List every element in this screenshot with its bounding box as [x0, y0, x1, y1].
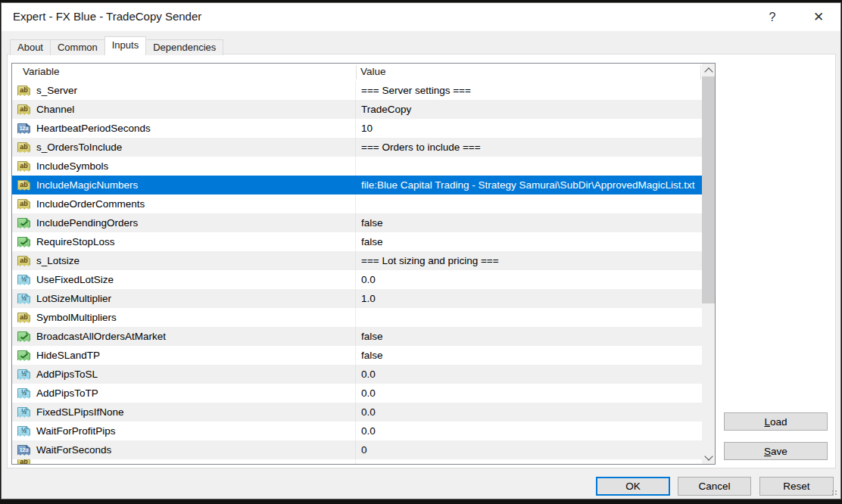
table-row[interactable]: abChannelTradeCopy [12, 100, 702, 119]
value-cell[interactable]: === Orders to include === [356, 138, 702, 157]
variable-cell[interactable]: abIncludeSymbols [12, 157, 356, 176]
value-cell[interactable]: === Server settings === [356, 81, 702, 100]
value-cell[interactable]: 10 [356, 119, 702, 138]
value-cell[interactable]: false [356, 327, 702, 346]
variable-cell[interactable]: abIncludeOrderComments [12, 194, 356, 213]
variable-cell[interactable]: ½AddPipsToTP [12, 384, 356, 403]
value-cell[interactable]: 0.0 [356, 365, 702, 384]
value-cell[interactable]: 0.0 [356, 384, 702, 403]
variable-cell[interactable]: abIncludeMagicNumbers [12, 176, 356, 194]
load-button-accel: L [764, 416, 770, 428]
value-cell[interactable]: === Lot sizing and pricing === [356, 251, 702, 270]
variable-cell[interactable]: HideSLandTP [12, 346, 356, 365]
vertical-scrollbar[interactable] [702, 64, 715, 464]
tab-about[interactable]: About [10, 39, 51, 55]
variable-cell[interactable]: RequireStopLoss [12, 232, 356, 251]
value-cell[interactable]: false [356, 213, 702, 232]
table-body: abs_Server=== Server settings ===abChann… [12, 81, 702, 464]
variable-name: LotSizeMultiplier [36, 289, 111, 308]
table-row[interactable]: ½UseFixedLotSize0.0 [12, 270, 702, 289]
table-row[interactable]: ½AddPipsToSL0.0 [12, 365, 702, 384]
string-icon: ab [17, 313, 30, 323]
variable-cell[interactable]: IncludePendingOrders [12, 213, 356, 232]
table-row[interactable]: 123WaitForSeconds0 [12, 440, 702, 459]
value-cell[interactable] [356, 308, 702, 327]
table-row[interactable]: ½LotSizeMultiplier1.0 [12, 289, 702, 308]
double-icon: ½ [17, 388, 30, 399]
variable-cell[interactable]: 123WaitForSeconds [12, 440, 356, 459]
table-row[interactable]: abs_Server=== Server settings === [12, 81, 702, 100]
window-title: Expert - FX Blue - TradeCopy Sender [13, 10, 201, 23]
scroll-down-button[interactable] [702, 451, 715, 464]
double-icon: ½ [17, 294, 30, 304]
variable-name: BroadcastAllOrdersAtMarket [36, 327, 166, 346]
value-cell[interactable]: 1.0 [356, 289, 702, 308]
value-cell[interactable]: false [356, 346, 702, 365]
scroll-up-button[interactable] [702, 64, 715, 76]
variable-name: HeartbeatPeriodSeconds [36, 119, 151, 138]
value-cell[interactable]: 0.0 [356, 403, 702, 422]
ok-button[interactable]: OK [596, 477, 670, 496]
table-row[interactable]: RequireStopLossfalse [12, 232, 702, 251]
variable-cell[interactable]: abs_Server [12, 81, 356, 100]
table-row[interactable]: abs_OrdersToInclude=== Orders to include… [12, 138, 702, 157]
table-row[interactable]: ½WaitForProfitPips0.0 [12, 422, 702, 440]
help-button[interactable]: ? [755, 3, 790, 31]
value-cell[interactable]: 0.0 [356, 270, 702, 289]
table-row[interactable]: ½FixedSLPipsIfNone0.0 [12, 403, 702, 422]
table-row[interactable]: IncludePendingOrdersfalse [12, 213, 702, 232]
tab-strip: AboutCommonInputsDependencies [10, 36, 223, 55]
column-header-variable[interactable]: Variable [23, 64, 60, 81]
variable-name: s_OrdersToInclude [36, 138, 122, 157]
table-row[interactable]: abIncludeOrderComments [12, 194, 702, 213]
value-cell[interactable] [356, 194, 702, 213]
variable-cell[interactable]: BroadcastAllOrdersAtMarket [12, 327, 356, 346]
table-row[interactable]: ½AddPipsToTP0.0 [12, 384, 702, 403]
table-row[interactable]: abIncludeMagicNumbersfile:Blue Capital T… [12, 176, 702, 194]
column-divider[interactable] [700, 65, 701, 79]
table-row-partial[interactable]: ab [12, 459, 702, 464]
variable-cell[interactable]: 123HeartbeatPeriodSeconds [12, 119, 356, 138]
variable-name: RequireStopLoss [36, 232, 115, 251]
string-icon: ab [17, 199, 30, 210]
double-icon: ½ [17, 407, 30, 418]
close-button[interactable]: ✕ [801, 3, 836, 31]
close-icon: ✕ [813, 9, 824, 25]
resize-grip[interactable] [831, 489, 838, 496]
variable-name: UseFixedLotSize [36, 270, 114, 289]
variable-cell[interactable]: ½AddPipsToSL [12, 365, 356, 384]
tab-common[interactable]: Common [50, 39, 105, 55]
scrollbar-thumb[interactable] [702, 76, 715, 303]
table-row[interactable]: HideSLandTPfalse [12, 346, 702, 365]
column-divider[interactable] [356, 65, 357, 79]
table-row[interactable]: abs_Lotsize=== Lot sizing and pricing ==… [12, 251, 702, 270]
tab-dependencies[interactable]: Dependencies [145, 39, 223, 55]
value-cell[interactable]: file:Blue Capital Trading - Strategy Sam… [356, 176, 702, 194]
variable-cell[interactable]: ½WaitForProfitPips [12, 422, 356, 440]
table-header: Variable Value [12, 64, 715, 82]
value-cell[interactable]: 0 [356, 440, 702, 459]
tab-inputs[interactable]: Inputs [104, 36, 146, 55]
cancel-button[interactable]: Cancel [678, 477, 751, 496]
table-row[interactable]: 123HeartbeatPeriodSeconds10 [12, 119, 702, 138]
value-cell[interactable] [356, 157, 702, 176]
boolean-icon [17, 218, 30, 229]
value-cell[interactable]: false [356, 232, 702, 251]
variable-cell[interactable]: ½UseFixedLotSize [12, 270, 356, 289]
table-row[interactable]: abIncludeSymbols [12, 157, 702, 176]
value-cell[interactable]: 0.0 [356, 422, 702, 440]
variable-name: IncludeSymbols [36, 157, 108, 176]
load-button[interactable]: Load [724, 412, 828, 431]
column-header-value[interactable]: Value [360, 64, 386, 81]
variable-cell[interactable]: abs_Lotsize [12, 251, 356, 270]
variable-cell[interactable]: abSymbolMultipliers [12, 308, 356, 327]
variable-cell[interactable]: ½LotSizeMultiplier [12, 289, 356, 308]
save-button[interactable]: Save [724, 442, 828, 460]
reset-button[interactable]: Reset [759, 477, 834, 496]
variable-cell[interactable]: abs_OrdersToInclude [12, 138, 356, 157]
variable-cell[interactable]: abChannel [12, 100, 356, 119]
variable-cell[interactable]: ½FixedSLPipsIfNone [12, 403, 356, 422]
table-row[interactable]: BroadcastAllOrdersAtMarketfalse [12, 327, 702, 346]
value-cell[interactable]: TradeCopy [356, 100, 702, 119]
table-row[interactable]: abSymbolMultipliers [12, 308, 702, 327]
